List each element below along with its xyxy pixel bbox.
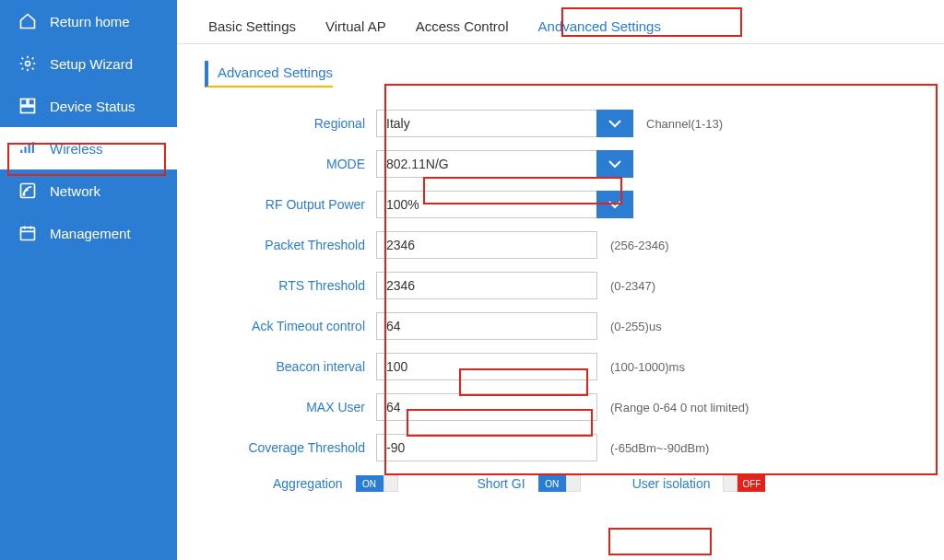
beacon-interval-input[interactable]: [376, 353, 597, 380]
regional-dropdown-button[interactable]: [596, 110, 633, 137]
chevron-down-icon: [608, 197, 622, 212]
tab-access-control[interactable]: Access Control: [412, 15, 513, 43]
rts-threshold-input[interactable]: [376, 272, 597, 299]
aggregation-label: Aggregation: [273, 476, 343, 491]
ack-timeout-input[interactable]: [376, 312, 597, 340]
rts-threshold-label: RTS Threshold: [219, 278, 376, 293]
user-isolation-toggle[interactable]: OFF: [723, 474, 765, 493]
sidebar-item-label: Setup Wizard: [50, 56, 133, 72]
regional-select[interactable]: [376, 110, 597, 137]
content-area: Basic Settings Virtual AP Access Control…: [177, 0, 944, 560]
tab-basic-settings[interactable]: Basic Settings: [205, 15, 300, 43]
sidebar-item-device-status[interactable]: Device Status: [0, 85, 177, 127]
signal-icon: [18, 139, 37, 158]
rts-threshold-hint: (0-2347): [610, 279, 655, 293]
tabs: Basic Settings Virtual AP Access Control…: [177, 0, 944, 44]
toggle-state: OFF: [738, 475, 765, 492]
rf-output-power-select[interactable]: [376, 191, 597, 218]
rf-output-power-dropdown-button[interactable]: [596, 191, 633, 218]
toggle-knob: [723, 475, 738, 492]
sidebar-item-label: Return home: [50, 14, 130, 29]
toggle-state: ON: [538, 475, 566, 492]
chevron-down-icon: [608, 157, 622, 171]
mode-label: MODE: [219, 157, 376, 171]
svg-rect-6: [21, 228, 35, 239]
sidebar-item-setup-wizard[interactable]: Setup Wizard: [0, 42, 177, 85]
calendar-icon: [18, 224, 37, 242]
sidebar: Return home Setup Wizard Device Status W…: [0, 0, 177, 560]
svg-rect-1: [21, 99, 28, 106]
aggregation-toggle[interactable]: ON: [356, 474, 398, 493]
sidebar-item-label: Network: [50, 183, 100, 199]
form-area: Regional Channel(1-13) MODE: [205, 97, 944, 520]
page-title: Advanced Settings: [205, 61, 333, 88]
toggle-state: ON: [356, 475, 384, 492]
sidebar-item-label: Wireless: [50, 141, 103, 157]
toggle-knob: [566, 475, 581, 492]
rf-output-power-label: RF Output Power: [219, 197, 376, 212]
user-isolation-label: User isolation: [632, 476, 711, 491]
ack-timeout-hint: (0-255)us: [610, 320, 662, 333]
mode-select[interactable]: [376, 150, 597, 178]
packet-threshold-label: Packet Threshold: [219, 238, 376, 252]
home-icon: [18, 12, 37, 30]
coverage-threshold-hint: (-65dBm~-90dBm): [610, 441, 709, 455]
svg-point-0: [26, 62, 30, 66]
sidebar-item-return-home[interactable]: Return home: [0, 0, 177, 42]
tab-virtual-ap[interactable]: Virtual AP: [322, 15, 390, 43]
sidebar-item-label: Device Status: [50, 99, 136, 114]
regional-hint: Channel(1-13): [646, 117, 723, 131]
sidebar-item-management[interactable]: Management: [0, 212, 177, 254]
max-user-label: MAX User: [219, 400, 376, 414]
short-gi-toggle[interactable]: ON: [538, 474, 581, 493]
regional-label: Regional: [219, 116, 376, 131]
coverage-threshold-label: Coverage Threshold: [219, 440, 376, 455]
packet-threshold-input[interactable]: [376, 231, 597, 259]
svg-rect-2: [29, 99, 35, 106]
mode-dropdown-button[interactable]: [596, 150, 633, 178]
sidebar-item-label: Management: [50, 226, 131, 241]
toggle-knob: [384, 475, 398, 492]
ack-timeout-label: Ack Timeout control: [219, 319, 376, 333]
sidebar-item-wireless[interactable]: Wireless: [0, 127, 177, 169]
dashboard-icon: [18, 97, 37, 115]
max-user-hint: (Range 0-64 0 not limited): [610, 401, 749, 414]
max-user-input[interactable]: [376, 393, 597, 421]
beacon-interval-label: Beacon interval: [219, 359, 376, 374]
packet-threshold-hint: (256-2346): [610, 239, 669, 252]
coverage-threshold-input[interactable]: [376, 434, 597, 461]
sidebar-item-network[interactable]: Network: [0, 169, 177, 212]
gear-icon: [18, 54, 37, 73]
svg-rect-3: [21, 107, 35, 113]
chevron-down-icon: [608, 116, 622, 131]
svg-point-5: [23, 193, 25, 195]
rss-icon: [18, 181, 37, 200]
beacon-interval-hint: (100-1000)ms: [610, 360, 685, 374]
short-gi-label: Short GI: [478, 476, 525, 491]
tab-advanced-settings[interactable]: Andvanced Settings: [535, 15, 665, 43]
